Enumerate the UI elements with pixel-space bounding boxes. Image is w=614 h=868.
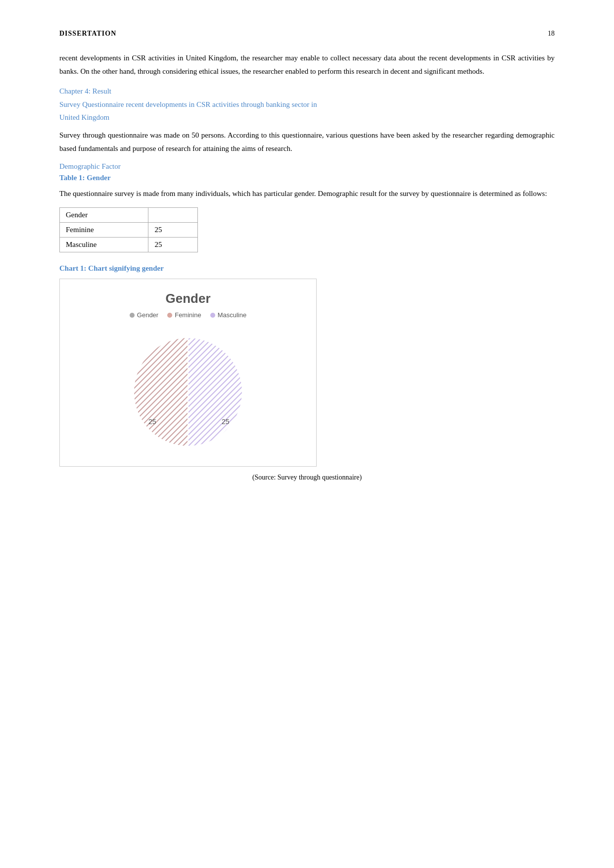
- dissertation-title: DISSERTATION: [59, 30, 116, 38]
- chart-title: Gender: [72, 291, 304, 306]
- legend-dot-gender: [130, 313, 135, 318]
- pie-label-25-left: 25: [148, 418, 156, 426]
- gender-table: Gender Feminine 25 Masculine 25: [59, 207, 198, 252]
- legend-label-masculine: Masculine: [218, 311, 247, 319]
- pie-chart-area: 25 25: [72, 328, 304, 456]
- table-cell-masculine-value: 25: [148, 238, 198, 252]
- page-number: 18: [548, 30, 555, 38]
- demographic-factor-heading: Demographic Factor: [59, 162, 555, 171]
- legend-dot-feminine: [167, 313, 172, 318]
- legend-item-masculine: Masculine: [210, 311, 247, 319]
- chart-source: (Source: Survey through questionnaire): [59, 474, 555, 482]
- table-cell-feminine-value: 25: [148, 223, 198, 238]
- chart1-heading: Chart 1: Chart signifying gender: [59, 264, 555, 273]
- legend-label-gender: Gender: [137, 311, 158, 319]
- table-cell-masculine-label: Masculine: [60, 238, 148, 252]
- chart-legend: Gender Feminine Masculine: [72, 311, 304, 319]
- legend-dot-masculine: [210, 313, 215, 318]
- gender-chart-container: Gender Gender Feminine Masculine: [59, 279, 317, 467]
- table-row-masculine: Masculine 25: [60, 238, 198, 252]
- legend-label-feminine: Feminine: [175, 311, 201, 319]
- pie-slice-masculine: [188, 338, 242, 446]
- table1-heading: Table 1: Gender: [59, 174, 555, 182]
- section-heading-line2: United Kingdom: [59, 113, 109, 121]
- table-header-value: [148, 208, 198, 223]
- table-row-feminine: Feminine 25: [60, 223, 198, 238]
- table-header-gender: Gender: [60, 208, 148, 223]
- legend-item-gender: Gender: [130, 311, 158, 319]
- pie-label-25-right: 25: [222, 418, 230, 426]
- section-heading: Survey Questionnaire recent developments…: [59, 98, 555, 124]
- pie-chart-svg: 25 25: [94, 333, 282, 451]
- chapter4-heading: Chapter 4: Result: [59, 87, 555, 96]
- section-heading-line1: Survey Questionnaire recent developments…: [59, 100, 317, 108]
- table-row-header: Gender: [60, 208, 198, 223]
- intro-paragraph: recent developments in CSR activities in…: [59, 51, 555, 78]
- page-header: DISSERTATION 18: [59, 30, 555, 38]
- table-cell-feminine-label: Feminine: [60, 223, 148, 238]
- legend-item-feminine: Feminine: [167, 311, 201, 319]
- survey-paragraph: Survey through questionnaire was made on…: [59, 129, 555, 155]
- table1-description: The questionnaire survey is made from ma…: [59, 187, 555, 200]
- pie-slice-feminine: [134, 338, 188, 446]
